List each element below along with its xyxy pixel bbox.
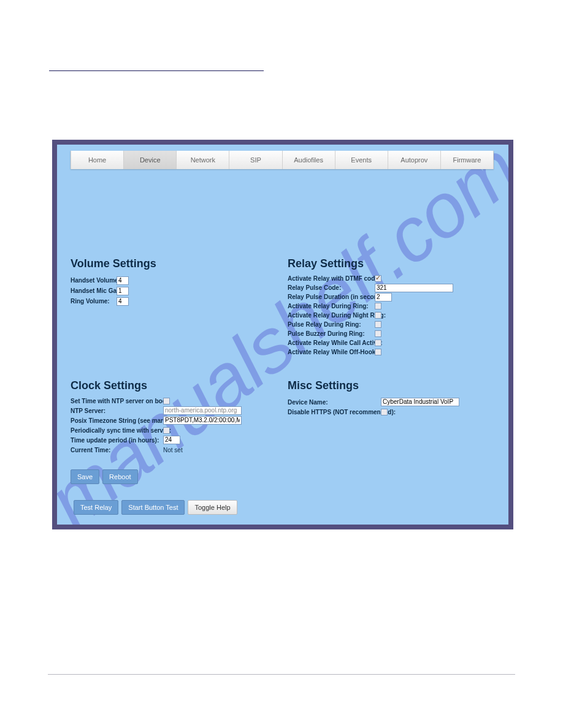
relay-pulse-duration-input[interactable]: [375, 293, 392, 301]
pulse-during-ring-label: Pulse Relay During Ring:: [288, 321, 375, 328]
handset-volume-input[interactable]: [117, 276, 129, 285]
disable-https-checkbox[interactable]: [381, 409, 388, 415]
ntp-server-input[interactable]: [163, 406, 242, 415]
tab-device[interactable]: Device: [124, 151, 177, 169]
current-time-value: Not set: [163, 447, 183, 453]
ring-volume-input[interactable]: [117, 297, 129, 306]
tab-audiofiles[interactable]: Audiofiles: [283, 151, 335, 169]
start-button-test-button[interactable]: Start Button Test: [121, 500, 185, 515]
save-reboot-row: Save Reboot: [71, 469, 138, 484]
periodic-sync-label: Periodically sync time with server:: [71, 427, 163, 434]
activate-during-ring-label: Activate Relay During Ring:: [288, 303, 375, 309]
test-buttons-row: Test Relay Start Button Test Toggle Help: [74, 500, 237, 515]
relay-settings-section: Relay Settings Activate Relay with DTMF …: [288, 257, 496, 357]
disable-https-label: Disable HTTPS (NOT recommended):: [288, 409, 381, 415]
tab-events[interactable]: Events: [335, 151, 388, 169]
update-period-input[interactable]: [163, 436, 180, 444]
volume-settings-title: Volume Settings: [71, 257, 273, 270]
activate-call-active-label: Activate Relay While Call Active:: [288, 339, 375, 346]
activate-dtmf-checkbox[interactable]: [375, 275, 381, 282]
handset-mic-gain-label: Handset Mic Gain:: [71, 287, 117, 294]
activate-offhook-checkbox[interactable]: [375, 349, 381, 355]
tab-home[interactable]: Home: [71, 151, 124, 169]
posix-tz-label: Posix Timezone String (see manual):: [71, 417, 163, 424]
clock-settings-section: Clock Settings Set Time with NTP server …: [71, 379, 291, 455]
toggle-help-button[interactable]: Toggle Help: [188, 500, 237, 515]
save-button[interactable]: Save: [71, 469, 99, 484]
activate-call-active-checkbox[interactable]: [375, 339, 381, 346]
tab-autoprov[interactable]: Autoprov: [388, 151, 441, 169]
relay-pulse-duration-label: Relay Pulse Duration (in seconds):: [288, 294, 375, 300]
relay-pulse-code-label: Relay Pulse Code:: [288, 284, 375, 291]
volume-settings-section: Volume Settings Handset Volume: Handset …: [71, 257, 273, 306]
activate-offhook-label: Activate Relay While Off-Hook:: [288, 349, 375, 355]
handset-mic-gain-input[interactable]: [117, 287, 129, 295]
bottom-rule: [48, 674, 515, 675]
current-time-label: Current Time:: [71, 447, 163, 453]
top-rule: [49, 70, 264, 71]
update-period-label: Time update period (in hours):: [71, 437, 163, 444]
panel-frame: manualshelf.com Home Device Network SIP …: [52, 140, 513, 529]
tab-network[interactable]: Network: [177, 151, 229, 169]
tab-bar: Home Device Network SIP Audiofiles Event…: [71, 151, 494, 169]
handset-volume-label: Handset Volume:: [71, 277, 117, 284]
device-name-label: Device Name:: [288, 399, 381, 406]
device-name-input[interactable]: [381, 398, 459, 406]
tab-sip[interactable]: SIP: [229, 151, 282, 169]
pulse-buzzer-label: Pulse Buzzer During Ring:: [288, 330, 375, 337]
page: manualshelf.com Home Device Network SIP …: [0, 0, 563, 728]
misc-settings-section: Misc Settings Device Name: Disable HTTPS…: [288, 379, 496, 417]
misc-settings-title: Misc Settings: [288, 379, 496, 392]
activate-during-ring-checkbox[interactable]: [375, 303, 381, 309]
periodic-sync-checkbox[interactable]: [163, 427, 170, 434]
activate-during-night-ring-checkbox[interactable]: [375, 312, 381, 319]
tab-firmware[interactable]: Firmware: [441, 151, 494, 169]
ntp-server-label: NTP Server:: [71, 408, 163, 414]
posix-tz-input[interactable]: [163, 416, 242, 425]
set-ntp-on-boot-label: Set Time with NTP server on boot:: [71, 398, 163, 404]
test-relay-button[interactable]: Test Relay: [74, 500, 118, 515]
ring-volume-label: Ring Volume:: [71, 298, 117, 305]
relay-settings-title: Relay Settings: [288, 257, 496, 270]
relay-pulse-code-input[interactable]: [375, 284, 453, 292]
clock-settings-title: Clock Settings: [71, 379, 291, 392]
reboot-button[interactable]: Reboot: [102, 469, 137, 484]
config-panel: manualshelf.com Home Device Network SIP …: [57, 145, 508, 525]
pulse-buzzer-checkbox[interactable]: [375, 330, 381, 337]
pulse-during-ring-checkbox[interactable]: [375, 321, 381, 328]
set-ntp-on-boot-checkbox[interactable]: [163, 398, 170, 404]
activate-during-night-ring-label: Activate Relay During Night Ring:: [288, 312, 375, 319]
activate-dtmf-label: Activate Relay with DTMF code:: [288, 275, 375, 282]
